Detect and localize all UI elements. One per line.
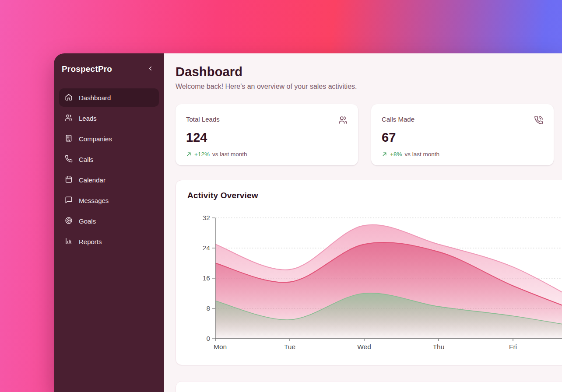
sidebar-item-dashboard[interactable]: Dashboard: [59, 88, 159, 107]
sidebar: ProspectPro Dashboard Leads Companies: [54, 53, 164, 392]
sidebar-item-calls[interactable]: Calls: [59, 150, 159, 168]
chart-title: Activity Overview: [187, 191, 562, 200]
trend-percent: +8%: [390, 151, 402, 158]
stat-trend: +12% vs last month: [186, 151, 348, 158]
sidebar-item-label: Leads: [79, 115, 97, 122]
stat-value: 124: [186, 130, 348, 145]
svg-text:Fri: Fri: [509, 343, 517, 350]
stat-label: Total Leads: [186, 116, 220, 123]
message-icon: [65, 196, 73, 205]
users-icon: [65, 114, 73, 123]
next-section-card: [176, 381, 562, 392]
sidebar-item-label: Calls: [79, 156, 93, 163]
sidebar-item-label: Dashboard: [79, 94, 111, 102]
sidebar-item-label: Reports: [79, 238, 102, 245]
app-logo-text: ProspectPro: [62, 64, 112, 74]
stat-card-calls-made: Calls Made 67 +8% vs last month: [371, 104, 554, 165]
sidebar-collapse-button[interactable]: [145, 64, 155, 74]
users-icon: [338, 116, 348, 126]
target-icon: [65, 217, 73, 226]
trend-percent: +12%: [194, 151, 210, 158]
sidebar-item-label: Calendar: [79, 176, 105, 184]
svg-text:Wed: Wed: [357, 343, 371, 350]
sidebar-item-leads[interactable]: Leads: [59, 109, 159, 127]
sidebar-item-calendar[interactable]: Calendar: [59, 171, 159, 189]
main-content: Dashboard Welcome back! Here's an overvi…: [164, 53, 562, 392]
trend-note: vs last month: [212, 151, 247, 158]
app-window: ProspectPro Dashboard Leads Companies: [54, 53, 562, 392]
sidebar-item-label: Companies: [79, 135, 112, 143]
stats-row: Total Leads 124 +12% vs last month Calls…: [176, 104, 562, 165]
home-icon: [65, 93, 73, 102]
sidebar-item-reports[interactable]: Reports: [59, 232, 159, 251]
stat-trend: +8% vs last month: [382, 151, 543, 158]
activity-area-chart: 08162432MonTueWedThuFri: [187, 210, 562, 364]
activity-overview-card: Activity Overview 08162432MonTueWedThuFr…: [176, 180, 562, 365]
svg-text:Thu: Thu: [433, 343, 445, 350]
sidebar-item-label: Messages: [79, 197, 109, 204]
stat-value: 67: [382, 130, 543, 145]
svg-text:Tue: Tue: [284, 343, 295, 350]
svg-text:16: 16: [203, 274, 210, 282]
svg-text:8: 8: [206, 304, 210, 312]
calendar-icon: [65, 175, 73, 185]
sidebar-nav: Dashboard Leads Companies Calls Calendar…: [59, 88, 159, 251]
phone-icon: [65, 155, 73, 164]
trend-up-right-icon: [186, 151, 192, 157]
building-icon: [65, 134, 73, 144]
trend-note: vs last month: [404, 151, 439, 158]
sidebar-item-messages[interactable]: Messages: [59, 191, 159, 210]
sidebar-item-goals[interactable]: Goals: [59, 212, 159, 230]
svg-text:24: 24: [203, 244, 211, 252]
trend-up-right-icon: [382, 151, 387, 157]
page-subtitle: Welcome back! Here's an overview of your…: [176, 83, 562, 91]
svg-text:Mon: Mon: [214, 343, 227, 350]
phone-call-icon: [534, 116, 543, 126]
stat-label: Calls Made: [382, 116, 414, 123]
sidebar-item-companies[interactable]: Companies: [59, 130, 159, 148]
chevron-left-icon: [147, 65, 154, 73]
svg-text:0: 0: [206, 335, 210, 342]
svg-text:32: 32: [203, 214, 210, 221]
sidebar-item-label: Goals: [79, 217, 96, 225]
page-title: Dashboard: [176, 65, 562, 79]
stat-card-total-leads: Total Leads 124 +12% vs last month: [176, 104, 358, 165]
bar-chart-icon: [65, 237, 73, 246]
sidebar-header: ProspectPro: [59, 64, 159, 74]
